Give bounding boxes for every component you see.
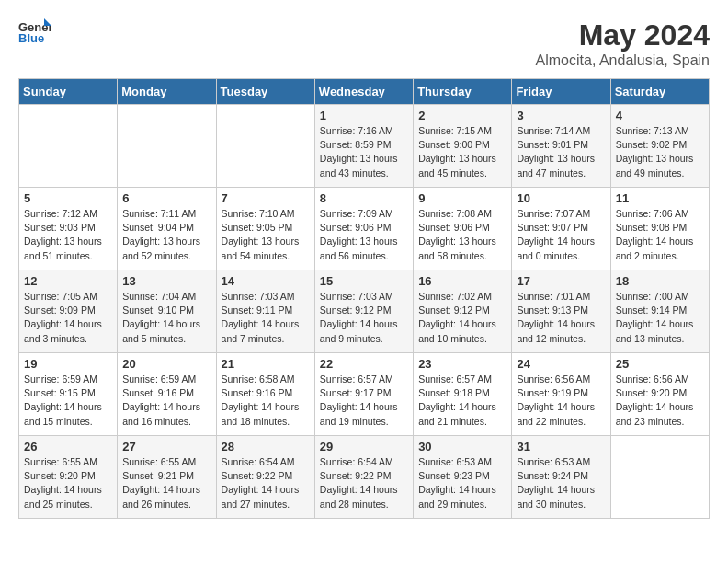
calendar-day-2: 2Sunrise: 7:15 AM Sunset: 9:00 PM Daylig… [414,105,512,188]
day-info: Sunrise: 6:56 AM Sunset: 9:19 PM Dayligh… [517,373,605,429]
logo: General Blue [18,18,51,44]
calendar-week-1: 1Sunrise: 7:16 AM Sunset: 8:59 PM Daylig… [19,105,710,188]
day-info: Sunrise: 6:57 AM Sunset: 9:17 PM Dayligh… [320,373,408,429]
day-number: 6 [122,191,210,205]
day-info: Sunrise: 7:03 AM Sunset: 9:12 PM Dayligh… [320,290,408,346]
day-info: Sunrise: 7:07 AM Sunset: 9:07 PM Dayligh… [517,207,605,263]
calendar-day-17: 17Sunrise: 7:01 AM Sunset: 9:13 PM Dayli… [512,270,610,353]
calendar-day-9: 9Sunrise: 7:08 AM Sunset: 9:06 PM Daylig… [414,188,512,270]
day-info: Sunrise: 7:01 AM Sunset: 9:13 PM Dayligh… [517,290,605,346]
calendar-day-10: 10Sunrise: 7:07 AM Sunset: 9:07 PM Dayli… [512,188,610,270]
day-number: 13 [122,274,210,288]
day-info: Sunrise: 7:12 AM Sunset: 9:03 PM Dayligh… [24,207,112,263]
subtitle: Almocita, Andalusia, Spain [536,52,710,69]
day-number: 3 [517,109,605,122]
calendar-day-15: 15Sunrise: 7:03 AM Sunset: 9:12 PM Dayli… [314,270,413,353]
day-number: 18 [616,274,704,288]
calendar-header-row: SundayMondayTuesdayWednesdayThursdayFrid… [19,79,710,105]
day-info: Sunrise: 6:56 AM Sunset: 9:20 PM Dayligh… [616,373,704,429]
calendar-day-30: 30Sunrise: 6:53 AM Sunset: 9:23 PM Dayli… [414,436,512,519]
calendar-week-3: 12Sunrise: 7:05 AM Sunset: 9:09 PM Dayli… [19,270,710,353]
day-number: 29 [320,440,408,454]
day-number: 7 [222,191,310,205]
main-title: May 2024 [536,18,710,52]
calendar-week-4: 19Sunrise: 6:59 AM Sunset: 9:15 PM Dayli… [19,353,710,436]
calendar-day-4: 4Sunrise: 7:13 AM Sunset: 9:02 PM Daylig… [610,105,709,188]
calendar-day-16: 16Sunrise: 7:02 AM Sunset: 9:12 PM Dayli… [414,270,512,353]
calendar-week-2: 5Sunrise: 7:12 AM Sunset: 9:03 PM Daylig… [19,188,710,270]
page-header: General Blue May 2024 Almocita, Andalusi… [18,18,710,69]
day-info: Sunrise: 6:59 AM Sunset: 9:16 PM Dayligh… [122,373,210,429]
day-number: 5 [24,191,112,205]
day-info: Sunrise: 7:05 AM Sunset: 9:09 PM Dayligh… [24,290,112,346]
calendar-day-28: 28Sunrise: 6:54 AM Sunset: 9:22 PM Dayli… [216,436,314,519]
day-number: 2 [418,109,506,122]
calendar-day-18: 18Sunrise: 7:00 AM Sunset: 9:14 PM Dayli… [610,270,709,353]
day-number: 21 [222,357,310,371]
col-header-sunday: Sunday [19,79,118,105]
calendar-table: SundayMondayTuesdayWednesdayThursdayFrid… [18,78,710,519]
day-info: Sunrise: 6:54 AM Sunset: 9:22 PM Dayligh… [222,455,310,511]
calendar-day-25: 25Sunrise: 6:56 AM Sunset: 9:20 PM Dayli… [610,353,709,436]
calendar-day-5: 5Sunrise: 7:12 AM Sunset: 9:03 PM Daylig… [19,188,118,270]
calendar-day-1: 1Sunrise: 7:16 AM Sunset: 8:59 PM Daylig… [314,105,413,188]
day-info: Sunrise: 7:15 AM Sunset: 9:00 PM Dayligh… [418,124,506,180]
calendar-day-29: 29Sunrise: 6:54 AM Sunset: 9:22 PM Dayli… [314,436,413,519]
title-block: May 2024 Almocita, Andalusia, Spain [536,18,710,69]
day-number: 1 [320,109,408,122]
day-number: 30 [418,440,506,454]
day-info: Sunrise: 6:58 AM Sunset: 9:16 PM Dayligh… [222,373,310,429]
day-info: Sunrise: 6:53 AM Sunset: 9:24 PM Dayligh… [517,455,605,511]
col-header-thursday: Thursday [414,79,512,105]
day-info: Sunrise: 6:59 AM Sunset: 9:15 PM Dayligh… [24,373,112,429]
calendar-day-13: 13Sunrise: 7:04 AM Sunset: 9:10 PM Dayli… [118,270,216,353]
day-info: Sunrise: 6:53 AM Sunset: 9:23 PM Dayligh… [418,455,506,511]
col-header-saturday: Saturday [610,79,709,105]
day-number: 25 [616,357,704,371]
day-number: 23 [418,357,506,371]
day-info: Sunrise: 7:16 AM Sunset: 8:59 PM Dayligh… [320,124,408,180]
day-info: Sunrise: 7:13 AM Sunset: 9:02 PM Dayligh… [616,124,704,180]
day-number: 4 [616,109,704,122]
calendar-day-22: 22Sunrise: 6:57 AM Sunset: 9:17 PM Dayli… [314,353,413,436]
day-info: Sunrise: 7:09 AM Sunset: 9:06 PM Dayligh… [320,207,408,263]
calendar-day-23: 23Sunrise: 6:57 AM Sunset: 9:18 PM Dayli… [414,353,512,436]
col-header-friday: Friday [512,79,610,105]
calendar-day-14: 14Sunrise: 7:03 AM Sunset: 9:11 PM Dayli… [216,270,314,353]
col-header-wednesday: Wednesday [314,79,413,105]
calendar-day-7: 7Sunrise: 7:10 AM Sunset: 9:05 PM Daylig… [216,188,314,270]
col-header-monday: Monday [118,79,216,105]
day-number: 11 [616,191,704,205]
day-number: 31 [517,440,605,454]
calendar-day-8: 8Sunrise: 7:09 AM Sunset: 9:06 PM Daylig… [314,188,413,270]
day-number: 12 [24,274,112,288]
calendar-day-27: 27Sunrise: 6:55 AM Sunset: 9:21 PM Dayli… [118,436,216,519]
calendar-day-12: 12Sunrise: 7:05 AM Sunset: 9:09 PM Dayli… [19,270,118,353]
day-info: Sunrise: 7:02 AM Sunset: 9:12 PM Dayligh… [418,290,506,346]
day-number: 24 [517,357,605,371]
calendar-day-3: 3Sunrise: 7:14 AM Sunset: 9:01 PM Daylig… [512,105,610,188]
day-number: 9 [418,191,506,205]
day-number: 15 [320,274,408,288]
col-header-tuesday: Tuesday [216,79,314,105]
svg-text:Blue: Blue [18,31,44,44]
calendar-day-19: 19Sunrise: 6:59 AM Sunset: 9:15 PM Dayli… [19,353,118,436]
calendar-day-31: 31Sunrise: 6:53 AM Sunset: 9:24 PM Dayli… [512,436,610,519]
day-info: Sunrise: 7:03 AM Sunset: 9:11 PM Dayligh… [222,290,310,346]
day-info: Sunrise: 6:54 AM Sunset: 9:22 PM Dayligh… [320,455,408,511]
day-info: Sunrise: 6:55 AM Sunset: 9:21 PM Dayligh… [122,455,210,511]
day-info: Sunrise: 7:10 AM Sunset: 9:05 PM Dayligh… [222,207,310,263]
day-number: 8 [320,191,408,205]
day-info: Sunrise: 7:00 AM Sunset: 9:14 PM Dayligh… [616,290,704,346]
day-number: 16 [418,274,506,288]
calendar-day-6: 6Sunrise: 7:11 AM Sunset: 9:04 PM Daylig… [118,188,216,270]
calendar-day-26: 26Sunrise: 6:55 AM Sunset: 9:20 PM Dayli… [19,436,118,519]
day-number: 19 [24,357,112,371]
calendar-day-empty [118,105,216,188]
day-number: 14 [222,274,310,288]
calendar-day-24: 24Sunrise: 6:56 AM Sunset: 9:19 PM Dayli… [512,353,610,436]
calendar-day-empty [19,105,118,188]
day-info: Sunrise: 7:11 AM Sunset: 9:04 PM Dayligh… [122,207,210,263]
day-number: 27 [122,440,210,454]
calendar-day-empty [216,105,314,188]
